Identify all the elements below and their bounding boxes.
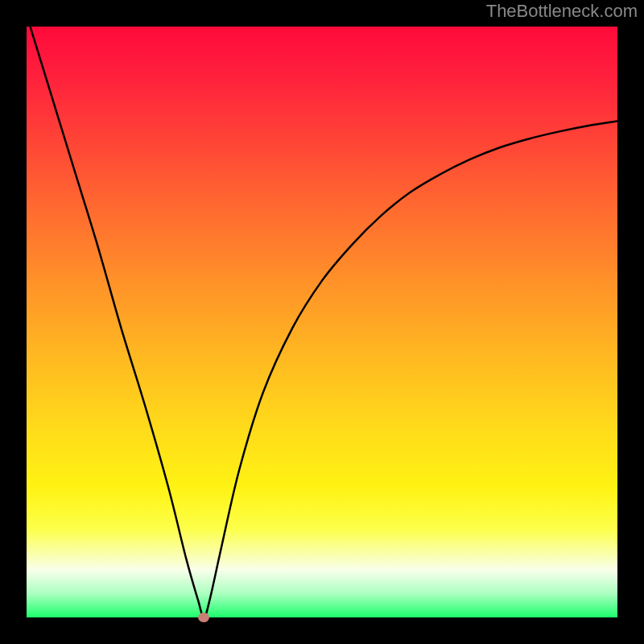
optimal-point-marker — [198, 613, 209, 622]
watermark-text: TheBottleneck.com — [486, 1, 638, 22]
curve-svg — [27, 27, 617, 617]
bottleneck-curve-path — [27, 27, 617, 617]
plot-area — [27, 27, 617, 617]
